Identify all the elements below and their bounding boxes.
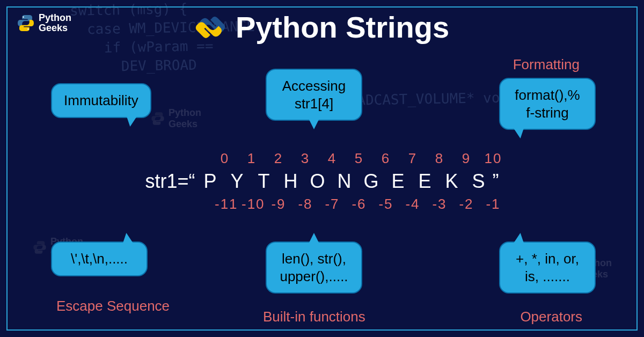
index-cell: 9 [456,150,477,167]
bubble-text: Accessing [279,77,349,95]
char-cell: S [469,170,489,193]
index-cell: -4 [402,196,423,213]
index-cell: 10 [483,150,503,167]
speech-tail-icon [309,233,319,244]
index-cell: -11 [215,196,235,213]
index-cell: 8 [429,150,450,167]
bubble-immutability: Immutability [51,83,151,118]
string-value-row: str1=“ PYTHONGEEKS ” [145,170,499,193]
bubble-escape: \',\t,\n,..... [51,241,148,276]
char-cell: E [415,170,436,193]
char-cell: H [281,170,302,193]
index-cell: -5 [376,196,396,213]
string-suffix: ” [493,170,499,193]
index-cell: 3 [295,150,316,167]
positive-index-row: 012345678910 [215,150,503,167]
page-title-wrap: Python Strings [0,10,644,45]
char-cell: Y [228,170,248,193]
bubble-builtin: len(), str(), upper(),..... [266,241,362,294]
bubble-operators: +, *, in, or, is, ....... [499,241,596,294]
index-cell: -6 [349,196,369,213]
index-cell: -7 [322,196,342,213]
char-cell: T [254,170,275,193]
bubble-format: format(),% f-string [499,78,596,130]
bubble-text: len(), str(), [279,250,349,268]
python-rotated-icon [195,12,226,43]
index-cell: -3 [429,196,450,213]
page-title: Python Strings [236,10,449,45]
char-cell: P [201,170,221,193]
speech-tail-icon [309,119,319,129]
bubble-text: f-string [512,104,583,122]
char-cell: N [335,170,355,193]
bubble-text: +, *, in, or, [512,250,583,268]
watermark: PythonGeeks [150,107,201,130]
index-cell: -10 [241,196,262,213]
index-cell: -2 [456,196,477,213]
index-cell: 0 [215,150,235,167]
label-operators: Operators [520,309,582,325]
char-cell: K [442,170,463,193]
char-cell: G [362,170,382,193]
index-cell: -9 [268,196,289,213]
bubble-text: is, ....... [512,268,583,285]
bubble-text: \',\t,\n,..... [71,251,128,267]
index-cell: 2 [268,150,289,167]
bubble-text: str1[4] [279,95,349,113]
index-cell: 1 [241,150,262,167]
bubble-text: upper(),..... [279,268,349,285]
label-formatting: Formatting [513,56,580,73]
string-prefix: str1=“ [145,170,195,193]
char-cell: E [389,170,409,193]
index-cell: -8 [295,196,316,213]
bubble-text: format(),% [512,86,583,104]
index-cell: -1 [483,196,503,213]
label-builtin: Built-in functions [263,309,365,325]
label-escape: Escape Sequence [56,298,170,314]
bubble-text: Immutability [64,92,138,108]
index-cell: 6 [376,150,396,167]
char-cell: O [308,170,328,193]
index-cell: 4 [322,150,342,167]
index-cell: 7 [402,150,423,167]
string-index-diagram: 012345678910 str1=“ PYTHONGEEKS ” -11-10… [0,150,644,213]
bubble-accessing: Accessing str1[4] [266,69,362,121]
index-cell: 5 [349,150,369,167]
negative-index-row: -11-10-9-8-7-6-5-4-3-2-1 [215,196,503,213]
